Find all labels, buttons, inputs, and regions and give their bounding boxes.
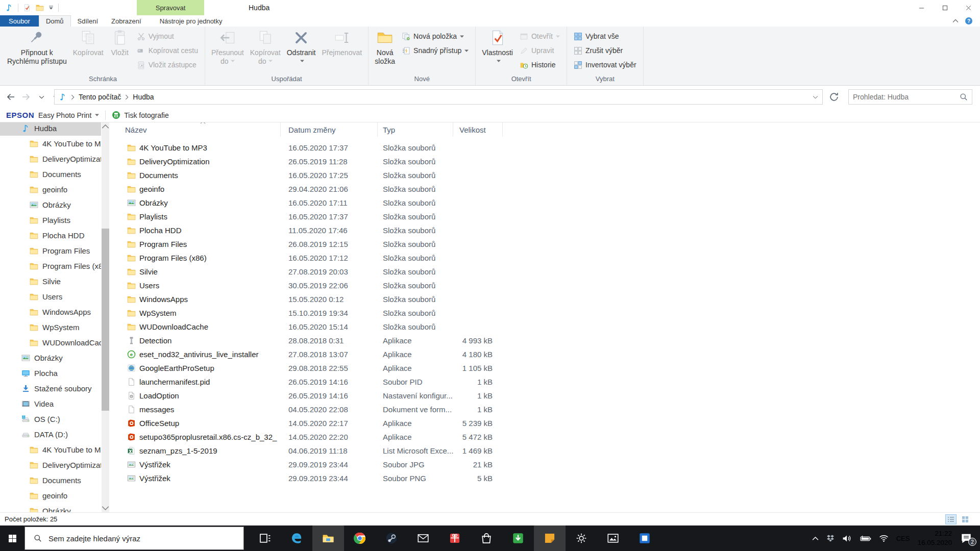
file-row-users[interactable]: Users30.05.2019 22:06Složka souborů: [110, 279, 980, 292]
sidebar-item-obrazky[interactable]: Obrázky: [0, 503, 101, 512]
sidebar-item-program-files-x86[interactable]: Program Files (x86): [0, 258, 101, 273]
kopirovat-cestu-button[interactable]: W...Kopírovat cestu: [133, 43, 202, 58]
tab-share[interactable]: Sdílení: [71, 15, 105, 27]
breadcrumb-folder[interactable]: Hudba: [133, 93, 154, 101]
tab-drive-tools[interactable]: Nástroje pro jednotky: [153, 15, 229, 27]
prejmenovat-button[interactable]: Přejmenovat: [319, 28, 365, 74]
sidebar-item-obrazky[interactable]: Obrázky: [0, 197, 101, 212]
otevrit-button[interactable]: Otevřít: [516, 29, 564, 43]
column-header-size[interactable]: Velikost: [453, 122, 503, 137]
file-row-officesetup[interactable]: OfficeSetup14.05.2020 22:17Aplikace5 239…: [110, 416, 980, 430]
taskbar-app-photos[interactable]: [597, 525, 629, 551]
taskbar-search-input[interactable]: Sem zadejte hledaný výraz: [24, 527, 244, 550]
sidebar-item-deliveryoptimization[interactable]: DeliveryOptimization: [0, 151, 101, 166]
file-row-deliveryoptimization[interactable]: DeliveryOptimization26.05.2019 11:28Slož…: [110, 155, 980, 168]
qat-new-folder-button[interactable]: [36, 4, 44, 12]
tab-view[interactable]: Zobrazení: [105, 15, 148, 27]
file-row-detection[interactable]: Detection28.08.2018 0:31Aplikace4 993 kB: [110, 334, 980, 347]
close-button[interactable]: [957, 0, 980, 15]
recent-locations-button[interactable]: [35, 90, 48, 104]
sidebar-item-users[interactable]: Users: [0, 289, 101, 304]
file-row-plocha-hdd[interactable]: Plocha HDD11.05.2020 17:46Složka souborů: [110, 223, 980, 237]
address-dropdown-icon[interactable]: [813, 95, 818, 99]
sidebar-item-plocha[interactable]: Plocha: [0, 365, 101, 381]
sidebar-scrollbar[interactable]: [102, 122, 109, 512]
taskbar-app-settings-gear[interactable]: [566, 525, 597, 551]
sidebar-item-wpsystem[interactable]: WpSystem: [0, 319, 101, 335]
file-row-wpsystem[interactable]: WpSystem15.10.2019 19:34Složka souborů: [110, 306, 980, 320]
vlozit-button[interactable]: Vložit: [107, 28, 133, 74]
upravit-button[interactable]: Upravit: [516, 43, 564, 58]
qat-properties-button[interactable]: [23, 4, 31, 12]
scrollbar-thumb[interactable]: [102, 229, 109, 411]
taskbar-app-task-view[interactable]: [249, 525, 281, 551]
invertovat-vyber-button[interactable]: Invertovat výběr: [570, 58, 640, 72]
column-header-date[interactable]: Datum změny: [281, 122, 378, 137]
file-row-vystrizek[interactable]: Výstřižek29.09.2019 23:44Soubor PNG5 kB: [110, 471, 980, 485]
sidebar-item-4k-youtube-to-mp3[interactable]: 4K YouTube to MP3: [0, 136, 101, 151]
search-input[interactable]: Prohledat: Hudba: [848, 89, 972, 105]
file-row-loadoption[interactable]: LoadOption26.05.2019 14:16Nastavení konf…: [110, 389, 980, 403]
file-row-silvie[interactable]: Silvie27.08.2019 20:03Složka souborů: [110, 265, 980, 279]
vyjmout-button[interactable]: Vyjmout: [133, 29, 202, 43]
file-row-setupo365proplusretail-x86-cs-cz-b-32[interactable]: setupo365proplusretail.x86.cs-cz_b_32_14…: [110, 430, 980, 444]
file-row-messages[interactable]: messages04.05.2020 22:08Dokument ve form…: [110, 403, 980, 416]
back-button[interactable]: [4, 90, 17, 104]
column-header-type[interactable]: Typ: [378, 122, 453, 137]
file-row-playlists[interactable]: Playlists16.05.2020 17:37Složka souborů: [110, 210, 980, 223]
file-row-seznam-pzs-1-5-2019[interactable]: seznam_pzs_1-5-201904.06.2019 11:18List …: [110, 444, 980, 458]
taskbar-app-bag[interactable]: [471, 525, 502, 551]
tab-home[interactable]: Domů: [39, 15, 71, 27]
file-row-4k-youtube-to-mp3[interactable]: 4K YouTube to MP316.05.2020 17:37Složka …: [110, 141, 980, 155]
file-row-vystrizek[interactable]: Výstřižek29.09.2019 23:44Soubor JPG21 kB: [110, 458, 980, 471]
snadny-pristup-button[interactable]: Snadný přístup: [398, 43, 472, 58]
thumbnails-view-button[interactable]: [960, 514, 971, 524]
sidebar-item-videa[interactable]: Videa: [0, 396, 101, 411]
epson-tool-button[interactable]: Easy Photo Print: [38, 111, 99, 119]
language-indicator[interactable]: CES: [896, 535, 910, 542]
pripnout-k-rychlemu-pristupu-button[interactable]: Připnout kRychlému přístupu: [4, 28, 70, 74]
customize-qat-button[interactable]: [48, 6, 54, 10]
kopirovat-button[interactable]: Kopírovat: [70, 28, 107, 74]
taskbar-app-explorer[interactable]: [312, 525, 344, 551]
nova-slozka-button[interactable]: Novásložka: [372, 28, 398, 74]
start-button[interactable]: [0, 525, 24, 551]
presunout-do-button[interactable]: Přesunoutdo: [208, 28, 247, 74]
file-row-geoinfo[interactable]: geoinfo29.04.2020 21:06Složka souborů: [110, 182, 980, 196]
file-row-eset-nod32-antivirus-live-installer[interactable]: eeset_nod32_antivirus_live_installer27.0…: [110, 347, 980, 361]
taskbar-app-installer-green[interactable]: [502, 525, 534, 551]
scroll-down-icon[interactable]: [102, 504, 109, 512]
minimize-ribbon-button[interactable]: [952, 19, 959, 23]
odstranit-button[interactable]: Odstranit: [284, 28, 319, 74]
sidebar-item-geoinfo[interactable]: geoinfo: [0, 488, 101, 503]
sidebar-item-os-c[interactable]: OS (C:): [0, 411, 101, 427]
sidebar-item-documents[interactable]: Documents: [0, 166, 101, 182]
minimize-button[interactable]: [910, 0, 933, 15]
sidebar-item-documents[interactable]: Documents: [0, 472, 101, 488]
clock[interactable]: 21:22 16.05.2020: [917, 529, 952, 547]
hidden-icons-button[interactable]: [812, 536, 819, 541]
sidebar-item-obrazky[interactable]: Obrázky: [0, 350, 101, 365]
taskbar-app-notes[interactable]: [534, 525, 566, 551]
zrusit-vyber-button[interactable]: Zrušit výběr: [570, 43, 640, 58]
sidebar-item-stazene-soubory[interactable]: Stažené soubory: [0, 381, 101, 396]
breadcrumb-this-pc[interactable]: Tento počítač: [79, 93, 121, 101]
taskbar-app-mail[interactable]: [407, 525, 439, 551]
volume-icon[interactable]: [842, 535, 852, 542]
file-row-googleearthprosetup[interactable]: GoogleEarthProSetup29.08.2018 22:55Aplik…: [110, 361, 980, 375]
kopirovat-do-button[interactable]: Kopírovatdo: [247, 28, 284, 74]
sidebar-item-silvie[interactable]: Silvie: [0, 273, 101, 289]
file-row-launchermanifest-pid[interactable]: launchermanifest.pid26.05.2019 14:16Soub…: [110, 375, 980, 389]
sidebar-item-hudba[interactable]: Hudba: [0, 122, 101, 136]
file-row-documents[interactable]: Documents16.05.2020 17:25Složka souborů: [110, 168, 980, 182]
vlozit-zastupce-button[interactable]: Vložit zástupce: [133, 58, 202, 72]
nova-polozka-button[interactable]: Nová položka: [398, 29, 472, 43]
file-row-windowsapps[interactable]: WindowsApps15.05.2020 0:12Složka souborů: [110, 292, 980, 306]
taskbar-app-chrome[interactable]: [344, 525, 376, 551]
vlastnosti-button[interactable]: Vlastnosti: [479, 28, 516, 74]
taskbar-app-blue-app[interactable]: [629, 525, 660, 551]
print-photo-button[interactable]: Tisk fotografie: [112, 111, 168, 119]
file-row-program-files-x86[interactable]: Program Files (x86)16.05.2020 17:12Složk…: [110, 251, 980, 265]
historie-button[interactable]: Historie: [516, 58, 564, 72]
sidebar-item-windowsapps[interactable]: WindowsApps: [0, 304, 101, 319]
